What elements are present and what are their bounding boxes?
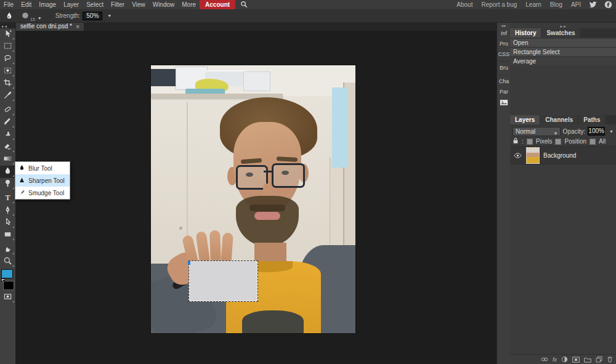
panel-tab-character[interactable]: Cha (497, 76, 511, 87)
tool-quick-mask[interactable] (0, 291, 15, 304)
history-entry-rectangle-select[interactable]: Rectangle Select (510, 48, 616, 56)
menu-item-sharpen-tool[interactable]: Sharpen Tool (15, 174, 70, 187)
adjustment-layer-icon[interactable] (561, 356, 568, 363)
strength-dropdown-icon[interactable]: ▼ (107, 14, 111, 18)
layers-panel-tabs: Layers Channels Paths (510, 115, 616, 124)
link-layers-icon[interactable] (541, 357, 548, 362)
foreground-color-swatch[interactable] (1, 269, 13, 278)
tool-blur[interactable] (0, 166, 15, 178)
menu-item-blur-tool[interactable]: Blur Tool (15, 162, 70, 174)
tool-gradient[interactable] (0, 153, 15, 166)
menu-learn[interactable]: Learn (521, 0, 546, 9)
panel-tab-brush[interactable]: Bru (497, 63, 511, 73)
tool-dodge[interactable] (0, 178, 15, 190)
gradient-icon (3, 154, 12, 166)
layer-mask-icon[interactable] (572, 357, 580, 363)
layer-visibility-eye-icon[interactable] (513, 153, 522, 158)
menu-blog[interactable]: Blog (546, 0, 567, 9)
facebook-icon[interactable] (601, 1, 616, 9)
tool-lasso[interactable] (0, 53, 15, 65)
tool-pen[interactable] (0, 204, 15, 217)
menu-filter[interactable]: Filter (107, 0, 128, 9)
menu-about[interactable]: About (452, 0, 477, 9)
menu-api[interactable]: API (567, 0, 585, 9)
tool-eyedropper[interactable] (0, 90, 15, 102)
tab-paths[interactable]: Paths (578, 115, 605, 124)
tool-eraser[interactable] (0, 141, 15, 153)
history-entry-average[interactable]: Average (510, 57, 616, 65)
lock-pixels-checkbox[interactable] (527, 139, 533, 145)
brush-size-picker[interactable]: 15 ▼ (21, 12, 42, 20)
tool-zoom[interactable] (0, 256, 15, 268)
brush-size-value: 15 (30, 17, 35, 22)
new-folder-icon[interactable] (584, 357, 591, 363)
delete-layer-trash-icon[interactable] (607, 356, 613, 363)
layers-bottom-bar: fx (510, 354, 616, 364)
menu-bar: File Edit Image Layer Select Filter View… (0, 0, 616, 9)
search-button[interactable] (235, 0, 253, 9)
tool-object-select[interactable] (0, 65, 15, 78)
new-layer-icon[interactable] (596, 356, 602, 363)
menu-view[interactable]: View (128, 0, 149, 9)
layer-thumbnail[interactable] (526, 147, 540, 164)
menu-window[interactable]: Window (149, 0, 179, 9)
blend-mode-select[interactable]: Normal ▼ (513, 127, 561, 136)
tab-history[interactable]: History (510, 28, 541, 38)
tool-clone-stamp[interactable] (0, 129, 15, 141)
tool-path-select[interactable] (0, 217, 15, 229)
tool-options-bar: 15 ▼ Strength: 50% ▼ (0, 9, 616, 23)
menu-image[interactable]: Image (35, 0, 60, 9)
tool-shape[interactable] (0, 229, 15, 241)
document-tab-strip: ▸◂ selfie con dni.psd * × (0, 22, 496, 31)
tab-swatches[interactable]: Swatches (541, 28, 580, 38)
tab-channels[interactable]: Channels (540, 115, 578, 124)
menu-edit[interactable]: Edit (17, 0, 35, 9)
lock-position-checkbox[interactable] (555, 139, 561, 145)
selection-card[interactable] (188, 261, 258, 302)
opacity-dropdown-icon[interactable]: ▼ (609, 129, 614, 134)
account-button[interactable]: Account (200, 0, 235, 9)
smudge-finger-icon (18, 189, 25, 197)
strip-divider (498, 61, 509, 62)
opacity-label: Opacity: (563, 128, 586, 135)
panel-tab-css[interactable]: CSS (497, 49, 511, 60)
opacity-input[interactable]: 100% (588, 127, 605, 135)
menu-file[interactable]: File (0, 0, 17, 9)
twitter-icon[interactable] (585, 1, 601, 9)
canvas-document[interactable] (151, 65, 355, 333)
tool-hand[interactable] (0, 243, 15, 256)
menu-report-bug[interactable]: Report a bug (477, 0, 521, 9)
lock-icon[interactable] (513, 137, 519, 145)
menu-more[interactable]: More (178, 0, 200, 9)
document-tab[interactable]: selfie con dni.psd * × (16, 22, 84, 31)
strength-label: Strength: (55, 12, 81, 19)
strength-input[interactable]: 50% (83, 12, 102, 20)
panel-tab-properties[interactable]: Pro (497, 39, 511, 49)
panel-tab-info[interactable]: Inf (497, 28, 511, 39)
photo-mustache (249, 204, 285, 211)
panel-collapse-bar[interactable]: ▸◂ (510, 22, 616, 28)
tool-type[interactable]: T (0, 192, 15, 204)
tool-healing[interactable] (0, 104, 15, 116)
layer-row-background[interactable]: Background (510, 146, 616, 164)
menu-select[interactable]: Select (83, 0, 107, 9)
tool-marquee-select[interactable] (0, 41, 15, 53)
menu-item-smudge-tool[interactable]: Smudge Tool (15, 187, 70, 199)
tool-brush[interactable] (0, 116, 15, 129)
object-select-icon (3, 66, 12, 78)
background-color-swatch[interactable] (3, 281, 14, 290)
layer-style-fx-icon[interactable]: fx (553, 357, 557, 363)
color-swatches[interactable] (0, 268, 15, 291)
lock-all-checkbox[interactable] (590, 139, 596, 145)
history-entry-open[interactable]: Open (510, 39, 616, 47)
tab-layers[interactable]: Layers (510, 115, 540, 124)
menu-layer[interactable]: Layer (60, 0, 83, 9)
tool-crop[interactable] (0, 78, 15, 90)
zoom-icon (3, 256, 12, 268)
close-icon[interactable]: × (76, 23, 79, 30)
photo-wardrobe-knob (179, 227, 182, 230)
strip-collapse-icon[interactable]: ◂▸ (497, 22, 511, 28)
panel-tab-histogram[interactable] (497, 97, 511, 107)
tool-move[interactable] (0, 28, 15, 41)
panel-tab-paragraph[interactable]: Par (497, 87, 511, 97)
